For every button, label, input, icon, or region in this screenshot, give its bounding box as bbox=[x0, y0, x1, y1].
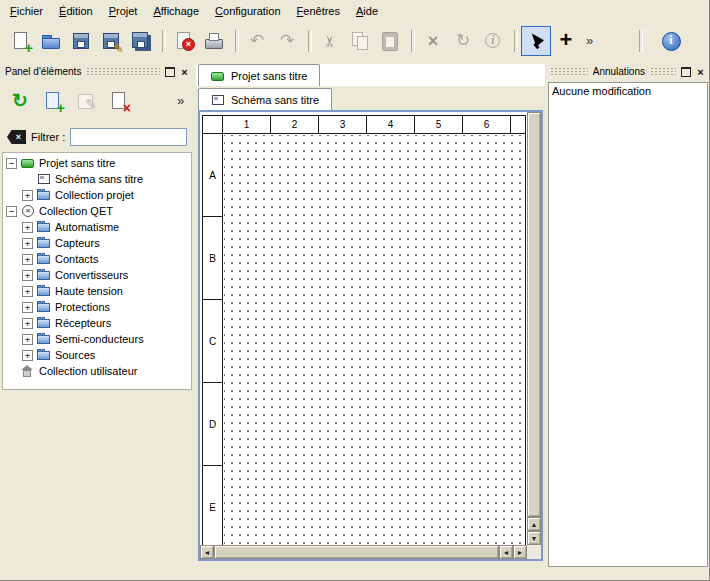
delete-button[interactable] bbox=[418, 26, 448, 56]
scroll-right-button[interactable] bbox=[513, 545, 527, 559]
horizontal-scrollbar[interactable] bbox=[200, 545, 527, 559]
menu-item[interactable]: Configuration bbox=[207, 2, 288, 20]
tree-item[interactable]: Protections bbox=[3, 299, 191, 315]
new-document-button[interactable] bbox=[6, 26, 36, 56]
tree-item[interactable]: Capteurs bbox=[3, 235, 191, 251]
tree-expander-icon[interactable] bbox=[22, 190, 33, 201]
new-element-button[interactable] bbox=[38, 86, 68, 116]
tree-expander-icon[interactable] bbox=[22, 222, 33, 233]
tree-item[interactable]: Automatisme bbox=[3, 219, 191, 235]
row-header: B bbox=[203, 217, 222, 300]
undo-button[interactable] bbox=[242, 26, 272, 56]
filter-row: Filtrer : bbox=[2, 127, 192, 147]
scroll-up-button[interactable] bbox=[527, 517, 541, 531]
cut-button[interactable] bbox=[315, 26, 345, 56]
tree-item[interactable]: Contacts bbox=[3, 251, 191, 267]
schema-canvas[interactable]: 123456 ABCDE bbox=[200, 112, 527, 545]
move-icon bbox=[555, 30, 577, 52]
horizontal-scroll-thumb[interactable] bbox=[214, 545, 499, 559]
column-header: 5 bbox=[415, 116, 463, 133]
schema-tab[interactable]: Schéma sans titre bbox=[198, 88, 332, 110]
close-panel-button[interactable] bbox=[693, 65, 708, 78]
schema-tab-bar: Schéma sans titre bbox=[196, 86, 545, 110]
close-icon bbox=[697, 64, 703, 79]
tree-item[interactable]: Semi-conducteurs bbox=[3, 331, 191, 347]
tree-item[interactable]: Collection projet bbox=[3, 187, 191, 203]
scroll-left-button-2[interactable] bbox=[499, 545, 513, 559]
reload-collections-button[interactable] bbox=[5, 86, 35, 116]
save-all-button[interactable] bbox=[126, 26, 156, 56]
edit-element-icon bbox=[75, 90, 97, 112]
tree-expander-icon[interactable] bbox=[22, 334, 33, 345]
row-header: A bbox=[203, 134, 222, 217]
vertical-scroll-thumb[interactable] bbox=[527, 112, 541, 517]
move-mode-button[interactable] bbox=[551, 26, 581, 56]
float-icon bbox=[681, 67, 691, 77]
menu-item[interactable]: Affichage bbox=[145, 2, 207, 20]
tree-item-label: Haute tension bbox=[55, 285, 123, 297]
panel-overflow-button[interactable] bbox=[172, 90, 189, 112]
tree-expander-icon[interactable] bbox=[22, 270, 33, 281]
tree-expander-icon[interactable] bbox=[22, 254, 33, 265]
tree-item[interactable]: Convertisseurs bbox=[3, 267, 191, 283]
schema-tab-label: Schéma sans titre bbox=[231, 94, 319, 106]
tree-item[interactable]: Récepteurs bbox=[3, 315, 191, 331]
tree-expander-icon[interactable] bbox=[22, 238, 33, 249]
folder-icon bbox=[37, 317, 51, 329]
close-panel-button[interactable] bbox=[177, 65, 192, 78]
tree-item[interactable]: Collection utilisateur bbox=[3, 363, 191, 379]
undo-history-entry[interactable]: Aucune modification bbox=[549, 83, 707, 99]
save-as-button[interactable] bbox=[96, 26, 126, 56]
paste-button[interactable] bbox=[375, 26, 405, 56]
tree-item-label: Convertisseurs bbox=[55, 269, 128, 281]
close-file-button[interactable] bbox=[169, 26, 199, 56]
redo-button[interactable] bbox=[272, 26, 302, 56]
scroll-left-button[interactable] bbox=[200, 545, 214, 559]
tree-item[interactable]: Sources bbox=[3, 347, 191, 363]
column-header: 3 bbox=[319, 116, 367, 133]
close-icon bbox=[181, 64, 187, 79]
tree-expander-icon[interactable] bbox=[6, 206, 17, 217]
menu-item[interactable]: Édition bbox=[51, 2, 101, 20]
delete-element-button[interactable] bbox=[104, 86, 134, 116]
about-button[interactable] bbox=[656, 26, 686, 56]
edit-element-button[interactable] bbox=[71, 86, 101, 116]
undo-history-list: Aucune modification bbox=[548, 82, 708, 567]
select-mode-button[interactable] bbox=[521, 26, 551, 56]
open-project-icon bbox=[40, 30, 62, 52]
menu-item[interactable]: Fenêtres bbox=[289, 2, 348, 20]
print-button[interactable] bbox=[199, 26, 229, 56]
tree-expander-icon[interactable] bbox=[22, 286, 33, 297]
save-button[interactable] bbox=[66, 26, 96, 56]
grid-dots bbox=[224, 135, 523, 545]
undo-panel-titlebar[interactable]: Annulations bbox=[548, 64, 708, 79]
float-panel-button[interactable] bbox=[162, 65, 177, 78]
float-panel-button[interactable] bbox=[678, 65, 693, 78]
clear-filter-button[interactable] bbox=[7, 130, 26, 144]
tree-item[interactable]: Collection QET bbox=[3, 203, 191, 219]
select-arrow-icon bbox=[525, 30, 547, 52]
project-tab[interactable]: Projet sans titre bbox=[198, 64, 320, 86]
menu-item[interactable]: Projet bbox=[101, 2, 146, 20]
overflow-icon bbox=[579, 30, 601, 52]
copy-button[interactable] bbox=[345, 26, 375, 56]
tree-expander-icon[interactable] bbox=[6, 158, 17, 169]
tree-item[interactable]: Haute tension bbox=[3, 283, 191, 299]
vertical-scrollbar[interactable] bbox=[527, 112, 541, 545]
tree-expander-icon[interactable] bbox=[22, 318, 33, 329]
tree-item[interactable]: Schéma sans titre bbox=[3, 171, 191, 187]
tree-expander-icon[interactable] bbox=[22, 302, 33, 313]
menu-item[interactable]: Aide bbox=[348, 2, 386, 20]
elements-panel-titlebar[interactable]: Panel d'éléments bbox=[2, 64, 192, 79]
open-project-button[interactable] bbox=[36, 26, 66, 56]
menu-item[interactable]: Fichier bbox=[2, 2, 51, 20]
scroll-down-button[interactable] bbox=[527, 531, 541, 545]
filter-input[interactable] bbox=[70, 128, 187, 146]
element-info-button[interactable] bbox=[478, 26, 508, 56]
schema-icon bbox=[211, 94, 225, 106]
tree-expander-icon[interactable] bbox=[22, 350, 33, 361]
titlebar-grip bbox=[86, 67, 160, 76]
rotate-button[interactable] bbox=[448, 26, 478, 56]
tree-item[interactable]: Projet sans titre bbox=[3, 155, 191, 171]
toolbar-overflow-button[interactable] bbox=[581, 26, 598, 56]
